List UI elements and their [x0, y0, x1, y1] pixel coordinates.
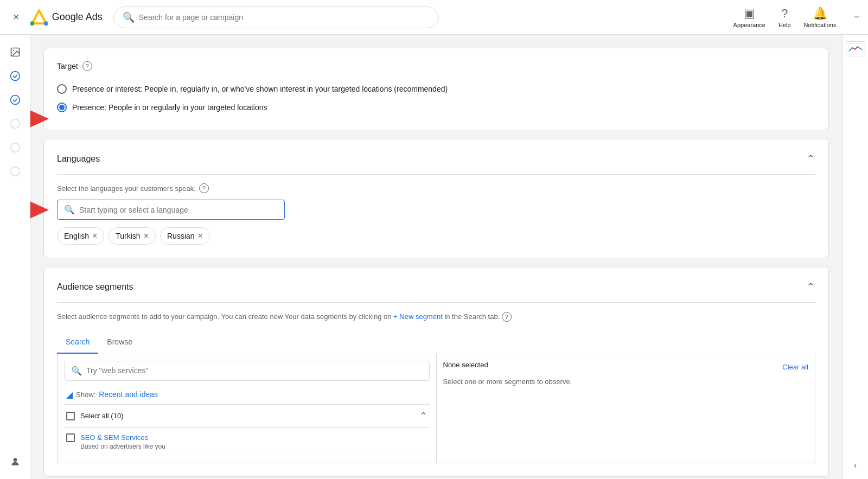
audience-card: Audience segments ⌃ Select audience segm…: [43, 267, 829, 477]
circle-icon-1: [10, 118, 21, 129]
target-card: Target ? Presence or interest: People in…: [43, 48, 829, 130]
global-search-input[interactable]: [139, 13, 430, 22]
new-segment-link[interactable]: + New segment: [393, 312, 443, 321]
right-panel-header: None selected Clear all: [443, 361, 809, 373]
languages-header: Languages ⌃: [57, 152, 815, 175]
select-all-checkbox[interactable]: [66, 412, 75, 420]
sidebar: [0, 35, 30, 479]
audience-left-panel: 🔍 ◢ Show: Recent and ideas Select all (1…: [58, 354, 437, 463]
topbar-actions: ▣ Appearance ? Help 🔔 Notifications −: [733, 7, 859, 28]
circle-icon-2: [10, 142, 21, 153]
tab-search[interactable]: Search: [57, 331, 98, 354]
list-item-text: SEO & SEM Services Based on advertisers …: [80, 433, 165, 450]
list-item: SEO & SEM Services Based on advertisers …: [64, 428, 430, 456]
svg-marker-0: [32, 10, 46, 23]
sidebar-item-check2[interactable]: [4, 89, 26, 111]
svg-point-10: [13, 458, 17, 462]
preview-icon: [848, 43, 863, 54]
filter-link[interactable]: Recent and ideas: [99, 390, 158, 399]
audience-search-box[interactable]: 🔍: [64, 361, 430, 381]
close-button[interactable]: ×: [9, 7, 24, 28]
filter-row: ◢ Show: Recent and ideas: [64, 385, 430, 404]
target-option-2[interactable]: Presence: People in or regularly in your…: [57, 98, 815, 117]
list-item-title[interactable]: SEO & SEM Services: [80, 433, 165, 442]
radio-1[interactable]: [57, 84, 67, 94]
languages-collapse-button[interactable]: ⌃: [806, 152, 815, 165]
none-selected-hint: Select one or more segments to observe.: [443, 378, 809, 386]
filter-icon: ◢: [66, 389, 73, 400]
audience-title: Audience segments: [57, 282, 133, 292]
lang-chip-turkish-remove[interactable]: ×: [144, 231, 149, 241]
lang-chip-russian-remove[interactable]: ×: [198, 231, 203, 241]
lang-chip-english-remove[interactable]: ×: [92, 231, 97, 241]
appearance-label: Appearance: [733, 22, 765, 28]
languages-title: Languages: [57, 154, 100, 164]
red-arrow-2: [30, 109, 49, 129]
collapse-panel-button[interactable]: ‹: [854, 461, 857, 470]
tab-browse[interactable]: Browse: [98, 331, 141, 354]
sidebar-item-check1[interactable]: [4, 65, 26, 87]
google-ads-logo-icon: [30, 9, 48, 26]
audience-collapse-button[interactable]: ⌃: [806, 280, 815, 293]
lang-chip-turkish: Turkish ×: [108, 227, 156, 245]
appearance-button[interactable]: ▣ Appearance: [733, 7, 765, 28]
lang-chip-russian: Russian ×: [160, 227, 210, 245]
audience-search-icon: 🔍: [71, 366, 82, 376]
svg-point-6: [10, 95, 20, 105]
language-search-input[interactable]: [79, 206, 278, 214]
image-icon: [10, 47, 21, 58]
language-search-wrapper: 🔍: [57, 200, 285, 220]
target-option-1[interactable]: Presence or interest: People in, regular…: [57, 80, 815, 98]
languages-help-icon[interactable]: ?: [199, 183, 209, 193]
audience-help-icon[interactable]: ?: [502, 312, 512, 322]
target-option-1-text: Presence or interest: People in, regular…: [72, 85, 448, 93]
svg-point-9: [10, 167, 20, 176]
svg-marker-13: [30, 201, 49, 219]
list-item-checkbox[interactable]: [66, 433, 75, 442]
search-icon: 🔍: [123, 11, 135, 23]
audience-search-input[interactable]: [86, 366, 423, 375]
target-options: Presence or interest: People in, regular…: [57, 80, 815, 117]
select-all-left: Select all (10): [66, 412, 123, 420]
sidebar-item-circle1[interactable]: [4, 113, 26, 135]
arrow-icon-2: [30, 109, 49, 129]
help-label: Help: [778, 22, 791, 28]
logo-text: Google Ads: [52, 11, 103, 23]
sidebar-item-account[interactable]: [4, 451, 26, 472]
main-content: Target ? Presence or interest: People in…: [30, 35, 842, 479]
clear-all-button[interactable]: Clear all: [782, 363, 808, 371]
list-item-subtitle: Based on advertisers like you: [80, 443, 165, 450]
target-option-2-text: Presence: People in or regularly in your…: [72, 103, 267, 112]
language-search-box[interactable]: 🔍: [57, 200, 285, 220]
radio-2[interactable]: [57, 103, 67, 112]
target-help-icon[interactable]: ?: [82, 61, 92, 71]
audience-tabs: Search Browse: [57, 331, 815, 354]
thumbnail-preview: [846, 41, 865, 56]
topbar: × Google Ads 🔍 ▣ Appearance ? Help 🔔 Not…: [0, 0, 868, 35]
help-icon: ?: [781, 7, 788, 21]
arrow-icon-lang: [30, 200, 49, 220]
sidebar-item-circle3[interactable]: [4, 161, 26, 182]
list-collapse-button[interactable]: ⌃: [419, 410, 427, 422]
svg-point-4: [12, 50, 14, 52]
red-arrow-lang: [30, 200, 49, 220]
right-panel: ‹: [842, 35, 868, 479]
sidebar-item-image[interactable]: [4, 41, 26, 63]
language-chips: English × Turkish × Russian ×: [57, 227, 815, 245]
audience-description: Select audience segments to add to your …: [57, 311, 815, 322]
lang-chip-russian-label: Russian: [167, 232, 195, 240]
none-selected-label: None selected: [443, 361, 488, 369]
circle-icon-3: [10, 166, 21, 177]
help-button[interactable]: ? Help: [778, 7, 791, 28]
select-all-row: Select all (10) ⌃: [64, 404, 430, 428]
global-search-bar[interactable]: 🔍: [113, 7, 439, 28]
audience-header: Audience segments ⌃: [57, 280, 815, 303]
lang-chip-turkish-label: Turkish: [116, 232, 140, 240]
account-icon: [10, 456, 21, 467]
check-circle-icon-2: [10, 94, 21, 105]
minimize-button[interactable]: −: [853, 11, 859, 23]
notifications-button[interactable]: 🔔 Notifications: [804, 7, 837, 28]
svg-point-7: [10, 119, 20, 129]
sidebar-item-circle2[interactable]: [4, 137, 26, 158]
notifications-label: Notifications: [804, 22, 837, 28]
